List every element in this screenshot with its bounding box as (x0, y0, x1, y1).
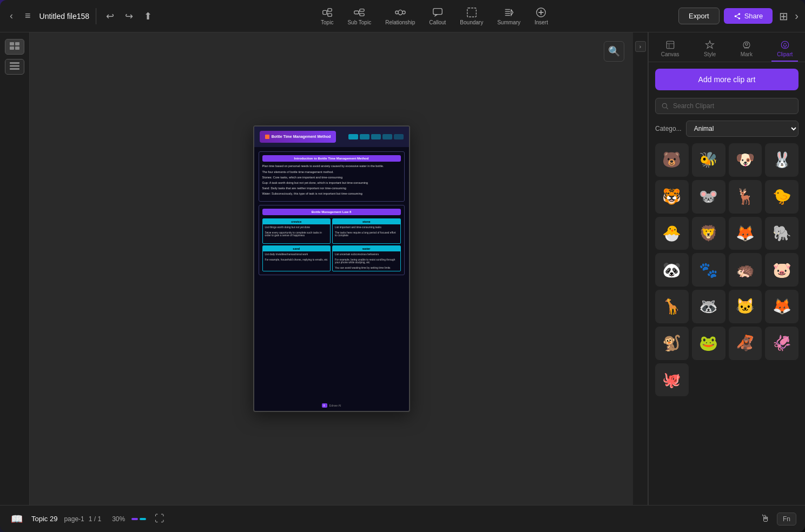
svg-rect-6 (360, 9, 364, 12)
mark-tab-icon (742, 40, 751, 50)
clipart-item-bee[interactable]: 🐝 (692, 143, 725, 177)
clipart-item-hedgehog[interactable]: 🦔 (729, 253, 762, 287)
svg-point-35 (662, 103, 667, 108)
fullscreen-button[interactable]: ⛶ (153, 511, 167, 527)
share-label: Share (744, 12, 763, 20)
clipart-item-tiger[interactable]: 🐯 (655, 180, 689, 214)
clipart-item-deer[interactable]: 🦌 (729, 180, 762, 214)
style-tab-icon (705, 40, 715, 50)
mark-tab-label: Mark (741, 51, 753, 57)
svg-rect-22 (15, 42, 19, 45)
hamburger-button[interactable]: ≡ (21, 8, 35, 24)
fn-button[interactable]: Fn (777, 513, 796, 526)
book-icon-button[interactable]: 📖 (9, 511, 25, 527)
share-icon (734, 12, 741, 20)
topbar-left: ‹ ≡ Untitled file158 ↩ ↪ ⬆ (6, 8, 190, 24)
toolbar-item-callout[interactable]: Callout (423, 4, 452, 28)
clipart-content: Add more clip art Catego... Animal Food … (649, 62, 805, 505)
clipart-item-octopus[interactable]: 🐙 (655, 363, 689, 397)
edraw-logo: Ⅱ (321, 403, 327, 408)
panel-toggle-button[interactable]: › (635, 41, 646, 52)
clipart-item-fox[interactable]: 🦊 (729, 217, 762, 250)
export-button[interactable]: Export (678, 8, 720, 24)
clipart-item-monkey[interactable]: 🐒 (655, 327, 689, 360)
left-panel (0, 32, 30, 505)
clipart-item-pig[interactable]: 🐷 (765, 253, 799, 287)
upload-button[interactable]: ⬆ (141, 8, 155, 24)
grid-view-button[interactable] (5, 39, 24, 55)
clipart-item-orangutan[interactable]: 🦧 (729, 327, 762, 360)
clipart-item-fox2[interactable]: 🦊 (765, 290, 799, 323)
clipart-item-panda[interactable]: 🐼 (655, 253, 689, 287)
category-select[interactable]: Animal Food Nature Travel People Objects (686, 121, 799, 137)
tab-canvas[interactable]: Canvas (656, 37, 685, 62)
clipart-item-mouse[interactable]: 🐭 (692, 180, 725, 214)
toolbar-item-relationship[interactable]: Relationship (379, 4, 421, 28)
clipart-item-raccoon[interactable]: 🦝 (692, 290, 725, 323)
summary-label: Summary (497, 19, 520, 25)
svg-point-32 (745, 43, 748, 45)
add-clipart-button[interactable]: Add more clip art (655, 69, 799, 90)
doc-footer: Ⅱ Edraw AI (321, 403, 341, 408)
insert-icon (535, 6, 547, 18)
tab-clipart[interactable]: Clipart (771, 37, 798, 62)
grid-button[interactable]: ⊞ (777, 8, 790, 25)
clipart-item-bunny[interactable]: 🐰 (765, 143, 799, 177)
svg-point-34 (786, 45, 787, 46)
clipart-item-bear[interactable]: 🐻 (655, 143, 689, 177)
clipart-tab-label: Clipart (777, 51, 793, 57)
svg-rect-23 (10, 46, 14, 50)
more-button[interactable]: › (795, 10, 799, 22)
doc-grid: crevice List things worth doing but not … (262, 218, 401, 271)
clipart-item-dog[interactable]: 🐶 (729, 143, 762, 177)
mouse-button[interactable]: 🖱 (758, 511, 773, 527)
deco-bars (348, 134, 404, 139)
main-content: 🔍 Bottle Time Management Method Int (0, 32, 805, 505)
undo-button[interactable]: ↩ (103, 8, 117, 24)
back-button[interactable]: ‹ (6, 8, 16, 24)
clipart-item-giraffe[interactable]: 🦒 (655, 290, 689, 323)
clipart-item-hatching[interactable]: 🐣 (655, 217, 689, 250)
callout-label: Callout (429, 19, 446, 25)
toolbar-item-summary[interactable]: Summary (491, 4, 527, 28)
svg-rect-13 (467, 8, 477, 17)
clipart-item-pawprint[interactable]: 🐾 (692, 253, 725, 287)
toolbar-item-topic[interactable]: Topic (314, 4, 340, 28)
style-tab-label: Style (704, 51, 716, 57)
doc-line-5: Sand: Daily tasks that are neither impor… (262, 187, 401, 191)
clipart-item-chick[interactable]: 🐤 (765, 180, 799, 214)
clipart-item-frog[interactable]: 🐸 (692, 327, 725, 360)
canvas-area[interactable]: 🔍 Bottle Time Management Method Int (30, 32, 633, 505)
topic-icon (321, 6, 333, 18)
search-clipart-container (655, 98, 799, 114)
right-panel-tabs: Canvas Style Mark (649, 32, 805, 62)
panel-toggle: › (633, 32, 648, 505)
toolbar-item-boundary[interactable]: Boundary (453, 4, 490, 28)
relationship-icon (394, 6, 406, 18)
list-view-button[interactable] (5, 59, 24, 75)
svg-rect-5 (354, 11, 359, 14)
clipart-item-elephant[interactable]: 🐘 (765, 217, 799, 250)
toolbar-item-subtopic[interactable]: Sub Topic (341, 4, 378, 28)
clipart-grid: 🐻🐝🐶🐰🐯🐭🦌🐤🐣🦁🦊🐘🐼🐾🦔🐷🦒🦝🐱🦊🐒🐸🦧🦑🐙 (655, 143, 799, 396)
redo-button[interactable]: ↪ (122, 8, 136, 24)
grid-view-icon (10, 42, 19, 50)
doc-line-6: Water: Subconsciously, this type of task… (262, 192, 401, 196)
cell-water-body: List uncertain subconscious behaviorsFor… (333, 251, 400, 271)
deco-bar-1 (348, 134, 358, 139)
doc-line-2: The four elements of bottle time managem… (262, 170, 401, 175)
clipart-item-lion[interactable]: 🦁 (692, 217, 725, 250)
canvas-search-button[interactable]: 🔍 (604, 41, 624, 62)
doc-header: Bottle Time Management Method (254, 127, 409, 147)
logo-mark (131, 518, 146, 520)
tab-style[interactable]: Style (698, 37, 721, 62)
share-button[interactable]: Share (724, 8, 773, 24)
tab-mark[interactable]: Mark (735, 37, 758, 62)
section-1-title: Introduction to Bottle Time Management M… (262, 155, 401, 162)
toolbar-item-insert[interactable]: Insert (528, 4, 555, 28)
page-info: page-1 1 / 1 (64, 515, 101, 523)
search-icon (661, 102, 669, 110)
clipart-item-squid[interactable]: 🦑 (765, 327, 799, 360)
clipart-item-cat[interactable]: 🐱 (729, 290, 762, 323)
search-clipart-input[interactable] (673, 102, 793, 110)
